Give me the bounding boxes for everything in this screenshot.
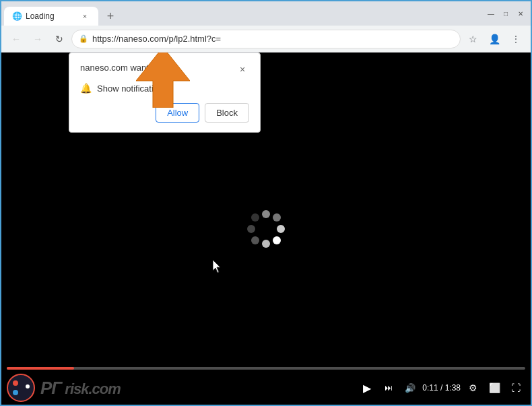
svg-marker-1 <box>136 53 190 108</box>
controls-row: ΡΓ risk.com ▶ ⏭ 🔊 0:11 / 1:38 ⚙ ⬜ <box>7 374 525 402</box>
browser-window: 🌐 Loading × + — □ ✕ ← → ↻ 🔒 https://nane… <box>1 1 531 405</box>
orange-arrow <box>136 53 190 110</box>
watermark-text: ΡΓ risk.com <box>40 378 121 399</box>
navigation-bar: ← → ↻ 🔒 https://naneso.com/p/lp2.html?c=… <box>1 26 531 53</box>
svg-point-5 <box>273 236 281 244</box>
next-button[interactable]: ⏭ <box>379 378 398 397</box>
video-logo-area: ΡΓ risk.com <box>7 374 355 402</box>
profile-button[interactable]: 👤 <box>485 30 504 48</box>
svg-point-3 <box>273 213 281 222</box>
active-tab[interactable]: 🌐 Loading × <box>4 7 98 26</box>
bookmark-button[interactable]: ☆ <box>463 30 482 48</box>
forward-button[interactable]: → <box>28 30 47 48</box>
mouse-cursor <box>213 260 221 272</box>
current-time: 0:11 <box>422 383 438 393</box>
svg-point-6 <box>262 240 270 248</box>
svg-point-4 <box>277 225 285 233</box>
back-button[interactable]: ← <box>7 30 26 48</box>
total-time: 1:38 <box>445 383 461 393</box>
theater-button[interactable]: ⬜ <box>485 378 504 397</box>
video-logo <box>7 374 35 402</box>
play-button[interactable]: ▶ <box>358 378 376 397</box>
tab-favicon: 🌐 <box>12 11 22 21</box>
svg-point-8 <box>247 225 255 233</box>
svg-point-2 <box>262 210 270 218</box>
lock-icon: 🔒 <box>79 34 88 43</box>
video-controls: ΡΓ risk.com ▶ ⏭ 🔊 0:11 / 1:38 ⚙ ⬜ <box>1 364 531 405</box>
logo-dot-red <box>13 380 18 386</box>
time-separator: / <box>440 383 445 393</box>
block-button[interactable]: Block <box>205 103 249 123</box>
tab-area: 🌐 Loading × + <box>1 1 481 26</box>
fullscreen-button[interactable]: ⛶ <box>506 378 525 397</box>
bell-icon: 🔔 <box>80 83 92 94</box>
settings-button[interactable]: ⚙ <box>463 378 482 397</box>
logo-dot-blue <box>13 390 18 395</box>
time-display: 0:11 / 1:38 <box>422 383 461 393</box>
new-tab-button[interactable]: + <box>101 7 120 26</box>
tab-title: Loading <box>26 11 75 21</box>
url-text: https://naneso.com/p/lp2.html?c= <box>92 34 453 44</box>
progress-fill <box>7 367 74 370</box>
svg-point-7 <box>251 236 259 244</box>
loading-spinner <box>246 209 286 249</box>
window-controls: — □ ✕ <box>481 1 531 26</box>
menu-button[interactable]: ⋮ <box>506 30 525 48</box>
svg-marker-10 <box>213 260 220 273</box>
svg-point-9 <box>251 213 259 222</box>
logo-dot-white <box>26 384 30 388</box>
minimize-button[interactable]: — <box>486 9 496 18</box>
close-button[interactable]: ✕ <box>516 9 525 18</box>
popup-close-button[interactable]: × <box>236 63 249 76</box>
page-content: naneso.com wants to × 🔔 Show notificatio… <box>1 53 531 405</box>
reload-button[interactable]: ↻ <box>50 30 69 48</box>
maximize-button[interactable]: □ <box>501 9 510 18</box>
volume-button[interactable]: 🔊 <box>401 378 420 397</box>
tab-close-button[interactable]: × <box>79 11 90 22</box>
progress-bar[interactable] <box>7 367 525 370</box>
nav-actions: ☆ 👤 ⋮ <box>463 30 525 48</box>
title-bar: 🌐 Loading × + — □ ✕ <box>1 1 531 26</box>
right-controls: ⚙ ⬜ ⛶ <box>463 378 525 397</box>
address-bar[interactable]: 🔒 https://naneso.com/p/lp2.html?c= <box>71 30 461 48</box>
